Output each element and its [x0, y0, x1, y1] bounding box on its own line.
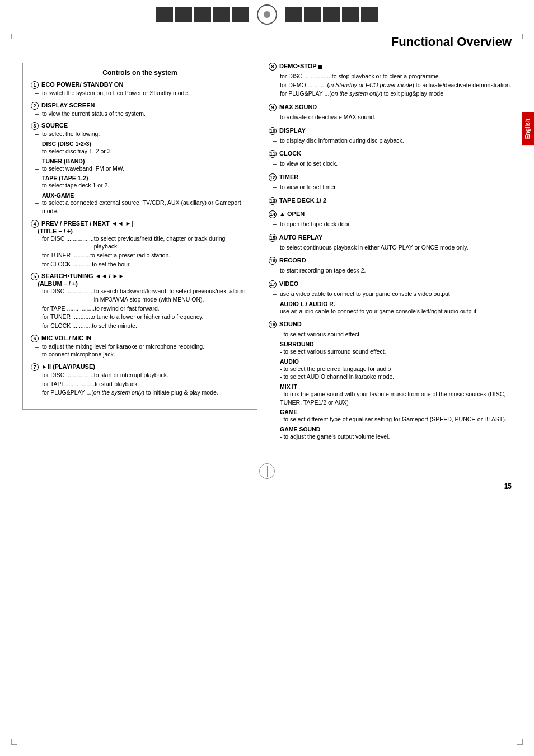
section-8-header: 8 DEMO•STOP — [269, 63, 512, 71]
section-3-item-3: to select waveband: FM or MW. — [31, 165, 249, 173]
stop-icon — [318, 65, 322, 69]
section-9-header: 9 MAX SOUND — [269, 104, 512, 111]
num-17: 17 — [269, 280, 277, 288]
section-8: 8 DEMO•STOP for DISC ................. t… — [269, 63, 512, 98]
for-tuner-text: to select a preset radio station. — [90, 251, 249, 260]
section-7-header: 7 ►II (PLAY/PAUSE) — [31, 363, 249, 371]
section-14: 14 ▲ OPEN to open the tape deck door. — [269, 210, 512, 228]
controls-box: Controls on the system 1 ECO POWER/ STAN… — [22, 63, 257, 410]
section-7-for-plugplay: for PLUG&PLAY ... (on the system only) t… — [31, 388, 249, 397]
section-10: 10 DISPLAY to display disc information d… — [269, 127, 512, 145]
section-18-item-1: - to select various sound effect. — [269, 330, 512, 339]
for-tuner-label: for TUNER ........... — [42, 251, 90, 260]
section-2-item-1: to view the current status of the system… — [31, 110, 249, 118]
section5-tape-text: to rewind or fast forward. — [95, 304, 249, 313]
section-3-item-1: to select the following: — [31, 130, 249, 138]
section-18-sublabel-3: MIX IT — [269, 383, 512, 390]
section7-disc-text: to start or interrupt playback. — [94, 371, 249, 379]
corner-mark-bl — [11, 739, 17, 745]
section-15-item-1: to select continuous playback in either … — [269, 243, 512, 252]
num-11: 11 — [269, 150, 277, 158]
num-18: 18 — [269, 321, 277, 328]
num-13: 13 — [269, 197, 277, 205]
section-3-sublabel-1: DISC (DISC 1•2•3) — [31, 140, 249, 147]
for-clock-text: to set the hour. — [92, 260, 249, 269]
section-18-item-6: - to select different type of equaliser … — [269, 415, 512, 424]
section-5-for-tuner: for TUNER ........... to tune to a lower… — [31, 313, 249, 321]
section-12: 12 TIMER to view or to set timer. — [269, 173, 512, 191]
section7-tape-label: for TAPE ................. — [42, 380, 95, 388]
section-1-item-1: to switch the system on, to Eco Power or… — [31, 89, 249, 97]
section-17-item-2: use an audio cable to connect to your ga… — [269, 307, 512, 316]
page-title: Functional Overview — [22, 35, 512, 54]
section-4-for-clock: for CLOCK ............ to set the hour. — [31, 260, 249, 269]
section-14-item-1: to open the tape deck door. — [269, 220, 512, 228]
section-15: 15 AUTO REPLAY to select continuous play… — [269, 234, 512, 252]
section8-plugplay-text: (on the system only) to exit plug&play m… — [329, 90, 512, 98]
section-18-item-3: - to select the preferred language for a… — [269, 365, 512, 373]
section-18-header: 18 SOUND — [269, 321, 512, 328]
section-17-header: 17 VIDEO — [269, 280, 512, 288]
section-11: 11 CLOCK to view or to set clock. — [269, 150, 512, 168]
section-18-sublabel-2: AUDIO — [269, 358, 512, 365]
num-6: 6 — [31, 335, 39, 342]
section-3-sublabel-2: TUNER (BAND) — [31, 158, 249, 165]
for-disc-text: to select previous/next title, chapter o… — [94, 234, 249, 251]
num-4: 4 — [31, 220, 39, 228]
num-12: 12 — [269, 173, 277, 181]
section-6-item-2: to connect microphone jack. — [31, 350, 249, 359]
num-7: 7 — [31, 363, 39, 371]
section-3-item-4: to select tape deck 1 or 2. — [31, 181, 249, 190]
section-7-for-tape: for TAPE ................. to start play… — [31, 380, 249, 388]
section7-plugplay-label: for PLUG&PLAY ... — [42, 388, 91, 397]
section5-clock-label: for CLOCK ............ — [42, 322, 92, 330]
section5-disc-text: to search backward/forward. to select pr… — [94, 287, 249, 303]
section-8-for-disc: for DISC ................. to stop playb… — [269, 72, 512, 81]
section-16-item-1: to start recording on tape deck 2. — [269, 266, 512, 275]
num-14: 14 — [269, 210, 277, 218]
section5-disc-label: for DISC ................. — [42, 287, 94, 303]
section8-disc-label: for DISC ................. — [280, 72, 332, 81]
section-14-header: 14 ▲ OPEN — [269, 210, 512, 218]
section-18-sublabel-5: GAME SOUND — [269, 426, 512, 433]
section8-demo-label: for DEMO ............ — [280, 81, 327, 90]
section-1: 1 ECO POWER/ STANDBY ON to switch the sy… — [31, 81, 249, 97]
section-18-sublabel-4: GAME — [269, 408, 512, 415]
section-3-item-2: to select disc tray 1, 2 or 3 — [31, 147, 249, 156]
section-7-for-disc: for DISC ................. to start or i… — [31, 371, 249, 379]
left-column: Controls on the system 1 ECO POWER/ STAN… — [22, 63, 257, 447]
section8-plugplay-label: for PLUG&PLAY ... — [280, 90, 329, 98]
section-4-header: 4 PREV / PRESET / NEXT ◄◄ ►| (TITLE – / … — [31, 220, 249, 234]
section-10-item-1: to display disc information during disc … — [269, 137, 512, 145]
section-3-header: 3 SOURCE — [31, 122, 249, 130]
right-column: 8 DEMO•STOP for DISC ................. t… — [269, 63, 512, 447]
section8-disc-text: to stop playback or to clear a programme… — [332, 72, 512, 81]
num-3: 3 — [31, 122, 39, 130]
section-4: 4 PREV / PRESET / NEXT ◄◄ ►| (TITLE – / … — [31, 220, 249, 269]
section-17-item-1: use a video cable to connect to your gam… — [269, 290, 512, 298]
page-number: 15 — [504, 482, 512, 490]
controls-box-title: Controls on the system — [31, 69, 249, 77]
section-18-item-2: - to select various surround sound effec… — [269, 348, 512, 356]
top-decorative-bar — [0, 0, 534, 29]
section-2-header: 2 DISPLAY SCREEN — [31, 102, 249, 110]
section-3-sublabel-4: AUX•GAME — [31, 192, 249, 199]
corner-mark-br — [517, 739, 523, 745]
section-13-header: 13 TAPE DECK 1/ 2 — [269, 197, 512, 205]
section-16-header: 16 RECORD — [269, 257, 512, 265]
bottom-crosshair-area — [22, 463, 512, 479]
section-6-header: 6 MIC VOL./ MIC IN — [31, 335, 249, 342]
num-9: 9 — [269, 104, 277, 111]
section-5-header: 5 SEARCH•TUNING ◄◄ / ►► (ALBUM – / +) — [31, 273, 249, 287]
section7-plugplay-text: (on the system only) to initiate plug & … — [91, 388, 249, 397]
section-5-for-clock: for CLOCK ............ to set the minute… — [31, 322, 249, 330]
section-17-sublabel-1: AUDIO L./ AUDIO R. — [269, 300, 512, 307]
num-16: 16 — [269, 257, 277, 265]
section-16: 16 RECORD to start recording on tape dec… — [269, 257, 512, 275]
section-4-for-tuner: for TUNER ........... to select a preset… — [31, 251, 249, 260]
section5-tuner-label: for TUNER ........... — [42, 313, 90, 321]
for-disc-label: for DISC ................. — [42, 234, 94, 251]
section-18-sublabel-1: SURROUND — [269, 341, 512, 348]
num-15: 15 — [269, 234, 277, 242]
num-5: 5 — [31, 273, 39, 280]
